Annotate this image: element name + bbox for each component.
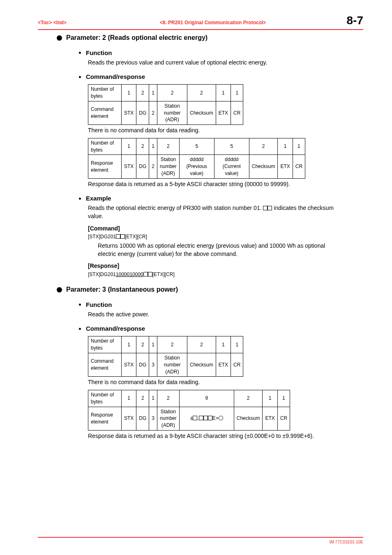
table-cell: Checksum xyxy=(234,407,263,430)
table-cell: STX xyxy=(122,353,136,377)
table-cell: DG xyxy=(136,155,149,178)
cmdresp-label-2: Command/response xyxy=(86,324,145,333)
table-cell: 2 xyxy=(136,336,149,353)
table-label: Command element xyxy=(88,101,122,124)
table-cell: DG xyxy=(136,353,149,377)
table-label: Response element xyxy=(88,155,122,178)
resp-note-1: Response data is returned as a 5-byte AS… xyxy=(88,180,363,189)
cmdresp-heading-2: Command/response xyxy=(79,324,363,333)
table-cell: 2 xyxy=(234,390,263,407)
table-cell: 2 xyxy=(249,138,278,155)
bullet-small-icon xyxy=(79,76,81,78)
command-label: [Command] xyxy=(88,225,363,233)
table-cell: 2 xyxy=(157,138,180,155)
resp-note-2: Response data is returned as a 9-byte AS… xyxy=(88,432,363,440)
table-cell: 9 xyxy=(179,390,234,407)
table-cell: 1 xyxy=(149,336,157,353)
resp-table-2: Number of bytes 1 2 1 2 9 2 1 1 Response… xyxy=(88,390,290,431)
table-cell: 1 xyxy=(122,336,136,353)
function-text-2: Reads the active power. xyxy=(88,311,363,319)
footer-code: IM 77C01E01-10E xyxy=(38,539,363,545)
bullet-icon xyxy=(57,35,62,41)
table-cell: Checksum xyxy=(187,101,216,124)
section-param3-title: Parameter: 3 (Instantaneous power) xyxy=(66,285,178,294)
function-heading: Function xyxy=(79,48,363,57)
function-label-2: Function xyxy=(86,300,112,309)
table-cell: 1 xyxy=(231,85,243,101)
table-cell: Stationnumber(ADR) xyxy=(157,353,187,377)
no-cmd-data-note: There is no command data for data readin… xyxy=(88,127,363,135)
example-text: Reads the optional electric energy of PR… xyxy=(88,204,339,220)
command-return-text: Returns 10000 Wh as optional electric en… xyxy=(98,242,339,258)
table-cell: 3 xyxy=(149,407,157,430)
table-cell: 1 xyxy=(122,138,136,155)
page-header: <Toc> <Ind> <8. PR201 Original Communica… xyxy=(38,12,363,30)
table-cell: 1 xyxy=(149,138,157,155)
cmdresp-heading: Command/response xyxy=(79,72,363,81)
section-param3-heading: Parameter: 3 (Instantaneous power) xyxy=(57,285,363,294)
cmd-table-2: Number of bytes 1 2 1 2 2 1 1 Command el… xyxy=(88,336,243,377)
bullet-small-icon xyxy=(79,52,81,54)
table-cell: 2 xyxy=(187,85,216,101)
table-cell: Stationnumber(ADR) xyxy=(157,155,180,178)
table-cell: Stationnumber(ADR) xyxy=(157,101,187,124)
section-param2-heading: Parameter: 2 (Reads optional electric en… xyxy=(57,33,363,42)
table-cell: DG xyxy=(136,407,149,430)
table-cell: 2 xyxy=(149,155,157,178)
table-cell: 1 xyxy=(149,390,157,407)
table-cell: 2 xyxy=(157,85,187,101)
table-cell: STX xyxy=(122,101,136,124)
example-label: Example xyxy=(86,194,111,203)
header-right: 8-7 xyxy=(330,12,363,28)
table-cell: 3 xyxy=(149,353,157,377)
table-label: Number of bytes xyxy=(88,138,122,155)
table-cell: 1 xyxy=(149,85,157,101)
response-label: [Response] xyxy=(88,262,363,270)
function-text: Reads the previous value and current val… xyxy=(88,59,363,67)
table-cell: ETX xyxy=(263,407,277,430)
page-footer: IM 77C01E01-10E xyxy=(38,537,363,545)
table-cell: Checksum xyxy=(249,155,278,178)
bullet-small-icon xyxy=(79,198,81,200)
table-cell: STX xyxy=(122,407,136,430)
table-cell: 1 xyxy=(277,390,290,407)
bullet-small-icon xyxy=(79,328,81,330)
table-cell: 1 xyxy=(122,390,136,407)
table-cell: Stationnumber(ADR) xyxy=(157,407,180,430)
table-cell: ETX xyxy=(278,155,293,178)
code-u2: 10000 xyxy=(129,272,143,277)
header-left: <Toc> <Ind> xyxy=(38,19,95,26)
table-cell: STX xyxy=(122,155,136,178)
table-cell: 2 xyxy=(136,138,149,155)
table-cell: 2 xyxy=(149,101,157,124)
cmdresp-label: Command/response xyxy=(86,72,145,81)
table-cell: 1 xyxy=(216,85,231,101)
table-cell: Checksum xyxy=(187,353,216,377)
table-cell: ETX xyxy=(216,101,231,124)
table-cell: ddddd(Currentvalue) xyxy=(214,155,249,178)
example-heading: Example xyxy=(79,194,363,203)
table-label: Number of bytes xyxy=(88,390,122,407)
table-cell: CR xyxy=(231,101,243,124)
cmd-table-1: Number of bytes 1 2 1 2 2 1 1 Command el… xyxy=(88,84,243,125)
table-cell: 1 xyxy=(231,336,243,353)
table-cell: 2 xyxy=(157,390,180,407)
table-cell: 1 xyxy=(263,390,277,407)
table-cell: 2 xyxy=(136,390,149,407)
section-param2-title: Parameter: 2 (Reads optional electric en… xyxy=(66,33,208,42)
table-cell: CR xyxy=(277,407,290,430)
table-cell: 1 xyxy=(216,336,231,353)
table-label: Response element xyxy=(88,407,122,430)
no-cmd-data-note-2: There is no command data for data readin… xyxy=(88,378,363,387)
command-code: [STX]DG201[ETX][CR] xyxy=(88,233,363,240)
table-cell: CR xyxy=(293,155,305,178)
bullet-icon xyxy=(57,287,62,292)
table-cell: 1 xyxy=(122,85,136,101)
table-cell: 5 xyxy=(179,138,214,155)
table-label: Command element xyxy=(88,353,122,377)
table-cell: 5 xyxy=(214,138,249,155)
header-center: <8. PR201 Original Communication Protoco… xyxy=(95,19,330,26)
code-u1: 10000 xyxy=(116,272,129,277)
resp-table-1: Number of bytes 1 2 1 2 5 5 2 1 1 Respon… xyxy=(88,138,305,179)
function-label: Function xyxy=(86,48,112,57)
